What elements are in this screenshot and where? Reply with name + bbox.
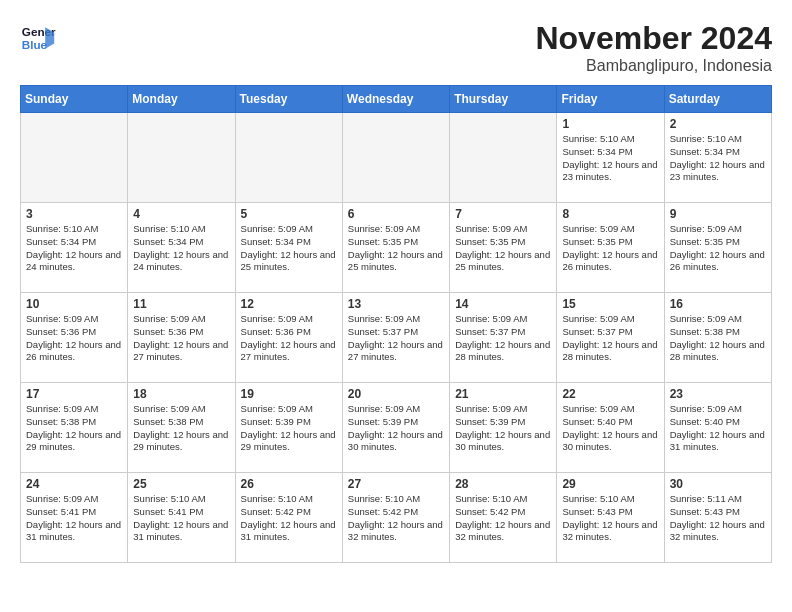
day-cell: 26Sunrise: 5:10 AM Sunset: 5:42 PM Dayli… [235, 473, 342, 563]
day-info: Sunrise: 5:09 AM Sunset: 5:40 PM Dayligh… [562, 403, 658, 454]
day-cell: 30Sunrise: 5:11 AM Sunset: 5:43 PM Dayli… [664, 473, 771, 563]
day-number: 30 [670, 477, 766, 491]
day-number: 9 [670, 207, 766, 221]
header-wednesday: Wednesday [342, 86, 449, 113]
day-info: Sunrise: 5:09 AM Sunset: 5:35 PM Dayligh… [670, 223, 766, 274]
day-number: 11 [133, 297, 229, 311]
day-number: 20 [348, 387, 444, 401]
day-number: 22 [562, 387, 658, 401]
day-number: 29 [562, 477, 658, 491]
day-info: Sunrise: 5:10 AM Sunset: 5:34 PM Dayligh… [26, 223, 122, 274]
day-info: Sunrise: 5:10 AM Sunset: 5:43 PM Dayligh… [562, 493, 658, 544]
day-cell: 12Sunrise: 5:09 AM Sunset: 5:36 PM Dayli… [235, 293, 342, 383]
logo-icon: General Blue [20, 20, 56, 56]
day-cell: 8Sunrise: 5:09 AM Sunset: 5:35 PM Daylig… [557, 203, 664, 293]
day-cell: 28Sunrise: 5:10 AM Sunset: 5:42 PM Dayli… [450, 473, 557, 563]
day-cell: 10Sunrise: 5:09 AM Sunset: 5:36 PM Dayli… [21, 293, 128, 383]
day-number: 28 [455, 477, 551, 491]
header-monday: Monday [128, 86, 235, 113]
day-number: 4 [133, 207, 229, 221]
day-info: Sunrise: 5:10 AM Sunset: 5:34 PM Dayligh… [670, 133, 766, 184]
day-number: 14 [455, 297, 551, 311]
day-info: Sunrise: 5:09 AM Sunset: 5:37 PM Dayligh… [562, 313, 658, 364]
day-info: Sunrise: 5:09 AM Sunset: 5:37 PM Dayligh… [455, 313, 551, 364]
day-number: 19 [241, 387, 337, 401]
day-info: Sunrise: 5:10 AM Sunset: 5:42 PM Dayligh… [241, 493, 337, 544]
week-row-3: 10Sunrise: 5:09 AM Sunset: 5:36 PM Dayli… [21, 293, 772, 383]
day-cell: 21Sunrise: 5:09 AM Sunset: 5:39 PM Dayli… [450, 383, 557, 473]
day-number: 5 [241, 207, 337, 221]
day-info: Sunrise: 5:10 AM Sunset: 5:42 PM Dayligh… [348, 493, 444, 544]
day-info: Sunrise: 5:09 AM Sunset: 5:36 PM Dayligh… [26, 313, 122, 364]
logo: General Blue [20, 20, 56, 56]
day-info: Sunrise: 5:09 AM Sunset: 5:39 PM Dayligh… [348, 403, 444, 454]
day-info: Sunrise: 5:09 AM Sunset: 5:35 PM Dayligh… [455, 223, 551, 274]
calendar-header-row: SundayMondayTuesdayWednesdayThursdayFrid… [21, 86, 772, 113]
day-number: 18 [133, 387, 229, 401]
day-cell [342, 113, 449, 203]
svg-text:Blue: Blue [22, 38, 48, 51]
day-cell: 19Sunrise: 5:09 AM Sunset: 5:39 PM Dayli… [235, 383, 342, 473]
day-cell: 14Sunrise: 5:09 AM Sunset: 5:37 PM Dayli… [450, 293, 557, 383]
day-number: 3 [26, 207, 122, 221]
day-number: 25 [133, 477, 229, 491]
day-cell [128, 113, 235, 203]
day-number: 16 [670, 297, 766, 311]
day-number: 23 [670, 387, 766, 401]
day-cell [450, 113, 557, 203]
day-number: 6 [348, 207, 444, 221]
week-row-1: 1Sunrise: 5:10 AM Sunset: 5:34 PM Daylig… [21, 113, 772, 203]
day-number: 21 [455, 387, 551, 401]
calendar-body: 1Sunrise: 5:10 AM Sunset: 5:34 PM Daylig… [21, 113, 772, 563]
day-cell: 29Sunrise: 5:10 AM Sunset: 5:43 PM Dayli… [557, 473, 664, 563]
day-number: 1 [562, 117, 658, 131]
page-header: General Blue November 2024 Bambanglipuro… [20, 20, 772, 75]
day-cell [235, 113, 342, 203]
day-number: 2 [670, 117, 766, 131]
day-cell: 4Sunrise: 5:10 AM Sunset: 5:34 PM Daylig… [128, 203, 235, 293]
day-cell: 24Sunrise: 5:09 AM Sunset: 5:41 PM Dayli… [21, 473, 128, 563]
day-cell: 27Sunrise: 5:10 AM Sunset: 5:42 PM Dayli… [342, 473, 449, 563]
day-cell: 18Sunrise: 5:09 AM Sunset: 5:38 PM Dayli… [128, 383, 235, 473]
day-cell: 11Sunrise: 5:09 AM Sunset: 5:36 PM Dayli… [128, 293, 235, 383]
day-number: 10 [26, 297, 122, 311]
week-row-2: 3Sunrise: 5:10 AM Sunset: 5:34 PM Daylig… [21, 203, 772, 293]
header-friday: Friday [557, 86, 664, 113]
day-cell: 13Sunrise: 5:09 AM Sunset: 5:37 PM Dayli… [342, 293, 449, 383]
day-info: Sunrise: 5:09 AM Sunset: 5:38 PM Dayligh… [670, 313, 766, 364]
day-info: Sunrise: 5:09 AM Sunset: 5:36 PM Dayligh… [241, 313, 337, 364]
day-cell: 16Sunrise: 5:09 AM Sunset: 5:38 PM Dayli… [664, 293, 771, 383]
day-cell: 25Sunrise: 5:10 AM Sunset: 5:41 PM Dayli… [128, 473, 235, 563]
location-subtitle: Bambanglipuro, Indonesia [535, 57, 772, 75]
day-info: Sunrise: 5:09 AM Sunset: 5:37 PM Dayligh… [348, 313, 444, 364]
day-number: 24 [26, 477, 122, 491]
month-title: November 2024 [535, 20, 772, 57]
day-info: Sunrise: 5:09 AM Sunset: 5:34 PM Dayligh… [241, 223, 337, 274]
day-info: Sunrise: 5:10 AM Sunset: 5:34 PM Dayligh… [562, 133, 658, 184]
week-row-4: 17Sunrise: 5:09 AM Sunset: 5:38 PM Dayli… [21, 383, 772, 473]
day-info: Sunrise: 5:09 AM Sunset: 5:35 PM Dayligh… [348, 223, 444, 274]
day-cell: 6Sunrise: 5:09 AM Sunset: 5:35 PM Daylig… [342, 203, 449, 293]
day-cell: 5Sunrise: 5:09 AM Sunset: 5:34 PM Daylig… [235, 203, 342, 293]
header-sunday: Sunday [21, 86, 128, 113]
day-info: Sunrise: 5:09 AM Sunset: 5:36 PM Dayligh… [133, 313, 229, 364]
day-number: 17 [26, 387, 122, 401]
day-cell: 20Sunrise: 5:09 AM Sunset: 5:39 PM Dayli… [342, 383, 449, 473]
day-info: Sunrise: 5:09 AM Sunset: 5:39 PM Dayligh… [241, 403, 337, 454]
calendar-table: SundayMondayTuesdayWednesdayThursdayFrid… [20, 85, 772, 563]
day-info: Sunrise: 5:09 AM Sunset: 5:39 PM Dayligh… [455, 403, 551, 454]
day-info: Sunrise: 5:09 AM Sunset: 5:35 PM Dayligh… [562, 223, 658, 274]
day-cell: 9Sunrise: 5:09 AM Sunset: 5:35 PM Daylig… [664, 203, 771, 293]
day-number: 7 [455, 207, 551, 221]
day-number: 8 [562, 207, 658, 221]
day-info: Sunrise: 5:09 AM Sunset: 5:41 PM Dayligh… [26, 493, 122, 544]
day-cell: 1Sunrise: 5:10 AM Sunset: 5:34 PM Daylig… [557, 113, 664, 203]
header-tuesday: Tuesday [235, 86, 342, 113]
day-cell: 15Sunrise: 5:09 AM Sunset: 5:37 PM Dayli… [557, 293, 664, 383]
day-number: 15 [562, 297, 658, 311]
day-number: 27 [348, 477, 444, 491]
week-row-5: 24Sunrise: 5:09 AM Sunset: 5:41 PM Dayli… [21, 473, 772, 563]
day-info: Sunrise: 5:09 AM Sunset: 5:38 PM Dayligh… [133, 403, 229, 454]
day-info: Sunrise: 5:10 AM Sunset: 5:34 PM Dayligh… [133, 223, 229, 274]
day-info: Sunrise: 5:10 AM Sunset: 5:42 PM Dayligh… [455, 493, 551, 544]
